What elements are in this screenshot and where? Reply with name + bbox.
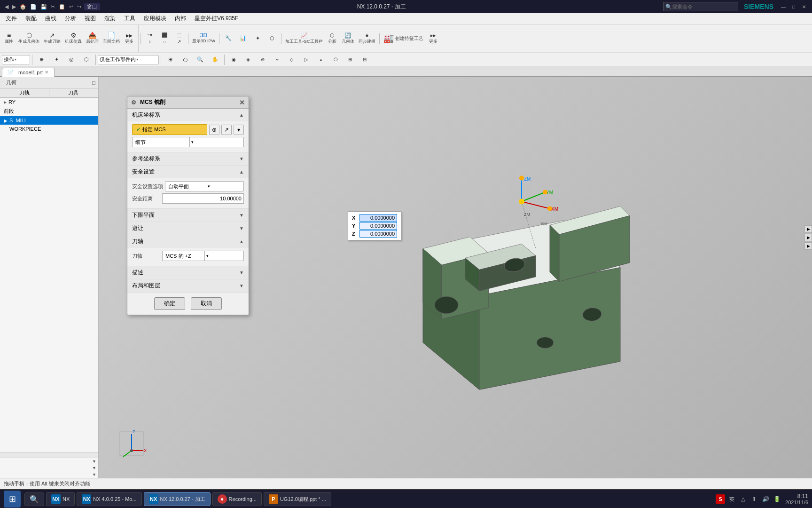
tb-pan[interactable]: ✋ <box>208 56 222 63</box>
mcs-detail-dropdown[interactable]: 细节 ▾ <box>132 137 244 147</box>
tb-feature-btn[interactable]: ★ 同步建模 <box>357 32 377 46</box>
save-icon[interactable]: 💾 <box>39 4 48 10</box>
tb-snap1[interactable]: ⊕ <box>34 56 48 63</box>
back-icon[interactable]: ◀ <box>4 4 9 10</box>
tb-geometry-btn[interactable]: ⬡ 分析 <box>325 32 339 46</box>
menu-analysis[interactable]: 分析 <box>61 14 80 24</box>
paste-icon[interactable]: 📋 <box>58 4 66 10</box>
tb-viewsnap2[interactable]: ◈ <box>241 56 255 63</box>
tb-shopdoc-btn[interactable]: 📄 车间文档 <box>101 31 122 46</box>
mcs-machine-coord-header[interactable]: 机床坐标系 ▲ <box>127 109 249 121</box>
tab-model1[interactable]: 📄 _model1.prt ✕ <box>2 68 55 77</box>
panel-hscroll[interactable] <box>0 452 98 458</box>
tb-operation-dropdown[interactable]: 操作 ▾ <box>2 55 30 64</box>
menu-render[interactable]: 渲染 <box>101 14 119 24</box>
mcs-safety-options-dropdown[interactable]: 自动平面 ▾ <box>165 181 244 191</box>
tray-triangle-icon[interactable]: △ <box>738 494 748 504</box>
forward-icon[interactable]: ▶ <box>11 4 17 10</box>
mcs-cancel-button[interactable]: 取消 <box>191 297 222 310</box>
tb-more2-btn[interactable]: ▸▸ 更多 <box>426 32 440 46</box>
new-file-icon[interactable]: 📄 <box>29 4 38 10</box>
tb-zoom[interactable]: 🔍 <box>193 56 207 63</box>
menu-file[interactable]: 文件 <box>2 14 21 24</box>
tray-battery-icon[interactable]: 🔋 <box>772 494 781 504</box>
tray-upload-icon[interactable]: ⬆ <box>750 494 759 504</box>
tb-3dipw-btn[interactable]: 3D 显示3D IPW <box>190 32 217 45</box>
cut-icon[interactable]: ✂ <box>50 4 56 10</box>
mcs-layout-header[interactable]: 布局和图层 ▼ <box>127 279 249 292</box>
panel-arrow-1[interactable]: ▼ <box>0 458 98 465</box>
coord-x-input[interactable] <box>359 214 397 222</box>
mcs-description-header[interactable]: 描述 ▼ <box>127 266 249 279</box>
tb-disp5[interactable]: ↔ <box>157 39 172 45</box>
tb-scope-dropdown[interactable]: 仅在工作部件内 ▾ <box>98 55 159 64</box>
mcs-safety-header[interactable]: 安全设置 ▲ <box>127 166 249 178</box>
maximize-button[interactable]: □ <box>789 2 798 11</box>
menu-view[interactable]: 视图 <box>81 14 100 24</box>
tray-sound-icon[interactable]: 🔊 <box>761 494 770 504</box>
task-nx-icon[interactable]: NX NX <box>46 492 75 506</box>
mcs-dialog-title[interactable]: ⚙ MCS 铣削 ✕ <box>127 96 249 109</box>
mcs-ref-coord-header[interactable]: 参考坐标系 ▼ <box>127 152 249 165</box>
task-nx-old[interactable]: NX NX 4.0.0.25 - Mo... <box>77 492 141 506</box>
redo-icon[interactable]: ↪ <box>76 4 82 10</box>
tb-disp4[interactable]: ↕ <box>143 39 157 45</box>
panel-arrow-2[interactable]: ▼ <box>0 465 98 471</box>
task-nx-current[interactable]: NX NX 12.0.0.27 - 加工 <box>144 492 211 506</box>
tb-more1-btn[interactable]: ▸▸ 更多 <box>122 31 136 46</box>
tb-snap2[interactable]: ✦ <box>49 56 63 63</box>
panel-arrow-3[interactable]: ▼ <box>0 471 98 478</box>
right-arrow-1[interactable]: ▶ <box>804 225 812 233</box>
start-button[interactable]: ⊞ <box>4 491 21 508</box>
tb-gen-path-btn[interactable]: ↗ 生成刀路 <box>42 31 62 46</box>
menu-plugin[interactable]: 星空外挂V6.935F <box>191 14 242 24</box>
tree-item-front[interactable]: 前段 <box>0 106 98 116</box>
tb-property-btn[interactable]: ≡ 属性 <box>2 31 16 46</box>
mcs-more-icon-btn[interactable]: ▾ <box>234 125 244 135</box>
tb-viewsnap4[interactable]: ⌖ <box>270 56 284 63</box>
mcs-specify-btn[interactable]: ✓ 指定 MCS <box>132 124 207 135</box>
tb-create-feature-btn[interactable]: 🏭 创建特征工艺 <box>382 32 425 45</box>
tb-icon-d[interactable]: ⬡ <box>265 34 279 42</box>
tray-lang-icon[interactable]: 英 <box>727 494 736 504</box>
mcs-lower-limit-header[interactable]: 下限平面 ▼ <box>127 209 249 222</box>
tb-viewsnap6[interactable]: ▷ <box>299 56 313 63</box>
right-arrow-3[interactable]: ▶ <box>804 242 812 250</box>
tb-viewsnap5[interactable]: ◇ <box>285 56 299 63</box>
tb-disp1[interactable]: ≡▾ <box>143 32 157 38</box>
tb-viewsnap9[interactable]: ⊞ <box>343 56 357 63</box>
tb-disp3[interactable]: ⬚ <box>172 32 186 38</box>
coord-z-input[interactable] <box>359 230 397 238</box>
close-button[interactable]: ✕ <box>800 2 808 11</box>
tree-item-smill[interactable]: ▶ S_MILL <box>0 116 98 125</box>
coord-y-input[interactable] <box>359 222 397 230</box>
taskbar-search[interactable]: 🔍 <box>24 492 44 506</box>
tb-viewsnap1[interactable]: ◉ <box>226 56 241 63</box>
tb-viewsnap3[interactable]: ⊛ <box>256 56 270 63</box>
mcs-ok-button[interactable]: 确定 <box>154 297 185 310</box>
tb-viewsnap8[interactable]: ⎔ <box>328 56 343 63</box>
tb-sync-btn[interactable]: 🔄 几何体 <box>340 32 356 46</box>
menu-assembly[interactable]: 装配 <box>22 14 40 24</box>
tb-gen-geom-btn[interactable]: ⬡ 生成几何体 <box>16 31 41 46</box>
tb-viewsnap10[interactable]: ⊟ <box>358 56 372 63</box>
tb-icon-b[interactable]: 📊 <box>236 34 250 42</box>
panel-expand-icon[interactable]: □ <box>92 80 95 86</box>
menu-tools[interactable]: 工具 <box>120 14 139 24</box>
right-arrow-2[interactable]: ▶ <box>804 234 812 241</box>
mcs-safety-dist-input[interactable] <box>162 193 244 204</box>
tree-item-workpiece[interactable]: WORKPIECE <box>0 125 98 133</box>
tb-icon-c[interactable]: ✦ <box>250 34 265 42</box>
viewport[interactable]: ⚙ MCS 铣削 ✕ 机床坐标系 ▲ ✓ 指定 MCS <box>99 77 812 478</box>
tb-snap3[interactable]: ◎ <box>64 56 78 63</box>
tb-viewsnap7[interactable]: ⬥ <box>314 56 328 63</box>
menu-curve[interactable]: 曲线 <box>41 14 60 24</box>
menu-internal[interactable]: 内部 <box>171 14 190 24</box>
mcs-avoidance-header[interactable]: 避让 ▼ <box>127 222 249 235</box>
tb-sim-btn[interactable]: ⚙ 机床仿真 <box>63 31 84 46</box>
undo-icon[interactable]: ↩ <box>68 4 74 10</box>
mcs-csys-icon-btn[interactable]: ⊕ <box>209 125 219 135</box>
tray-s-icon[interactable]: S <box>716 494 725 504</box>
tb-disp6[interactable]: ↗ <box>172 39 186 45</box>
mcs-close-button[interactable]: ✕ <box>239 99 245 106</box>
